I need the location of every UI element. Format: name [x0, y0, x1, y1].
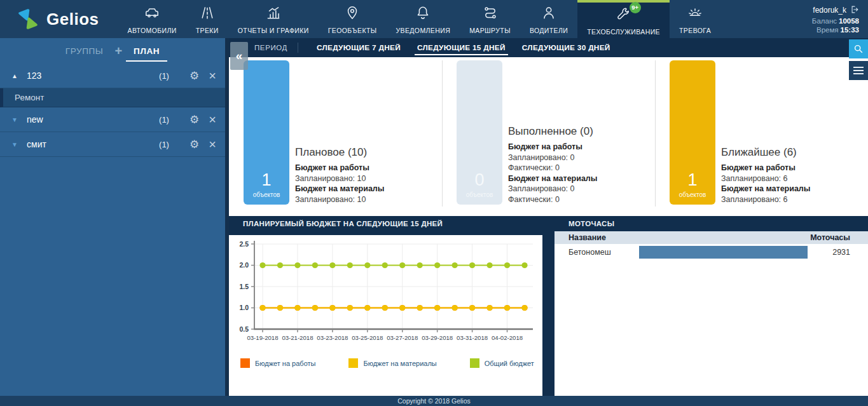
nav-label: ГЕООБЪЕКТЫ — [328, 27, 377, 34]
nav-item-routes[interactable]: МАРШРУТЫ — [460, 0, 520, 38]
svg-text:2.0: 2.0 — [239, 261, 249, 269]
expand-triangle-icon[interactable]: ▼ — [11, 141, 27, 148]
menu-button[interactable] — [849, 61, 868, 80]
object-count: 0 — [474, 170, 484, 190]
completed-count-bar: 0 объектов — [457, 60, 502, 205]
legend-item-total: Общий бюджет — [470, 358, 534, 368]
nav-item-cars[interactable]: АВТОМОБИЛИ — [118, 0, 186, 38]
card-line: Бюджет на работы — [721, 163, 810, 173]
legend-item-works: Бюджет на работы — [240, 358, 315, 368]
card-title: Плановое (10) — [295, 146, 384, 159]
legend-swatch — [470, 358, 479, 368]
nav-label: АВТОМОБИЛИ — [127, 27, 176, 34]
nav-item-drivers[interactable]: ВОДИТЕЛИ — [520, 0, 577, 38]
sidebar-subitem-label: Ремонт — [15, 93, 44, 102]
tab-groups[interactable]: ГРУППЫ — [65, 46, 104, 56]
top-navbar: Gelios АВТОМОБИЛИ ТРЕКИ — [0, 0, 868, 38]
bell-icon — [415, 4, 431, 24]
card-planned: 1 объектов Плановое (10) Бюджет на работ… — [229, 60, 442, 205]
nav-item-geoobjects[interactable]: ГЕООБЪЕКТЫ — [319, 0, 387, 38]
car-icon — [144, 4, 160, 24]
card-line: Бюджет на материалы — [508, 173, 597, 184]
wrench-icon: 9+ — [616, 6, 632, 25]
logo[interactable]: Gelios — [0, 0, 118, 38]
tab-plan[interactable]: ПЛАН — [134, 46, 160, 56]
svg-text:1.5: 1.5 — [239, 283, 249, 290]
upcoming-count-bar: 1 объектов — [670, 60, 715, 205]
nav-item-notifications[interactable]: УВЕДОМЛЕНИЯ — [386, 0, 460, 38]
gear-icon[interactable]: ⚙ — [189, 69, 199, 83]
motohours-panel-title: МОТОЧАСЫ — [555, 216, 868, 231]
legend-label: Общий бюджет — [485, 360, 534, 367]
nav-label: ТРЕКИ — [196, 27, 219, 34]
nav-label: ОТЧЕТЫ И ГРАФИКИ — [238, 27, 309, 34]
legend-swatch — [240, 358, 250, 368]
card-line: Запланировано: 6 — [721, 173, 810, 184]
legend-label: Бюджет на материалы — [363, 360, 436, 367]
search-button[interactable] — [849, 39, 868, 58]
logout-icon[interactable] — [850, 5, 859, 16]
geo-pin-icon — [344, 4, 361, 24]
svg-text:03-27-2018: 03-27-2018 — [387, 334, 418, 341]
tab-next-7-days[interactable]: СЛЕДУЮЩИЕ 7 ДНЕЙ — [308, 38, 409, 57]
table-row[interactable]: Бетономеш 2931 — [555, 244, 868, 261]
svg-text:03-25-2018: 03-25-2018 — [352, 334, 383, 341]
sidebar-item-123[interactable]: ▲ 123 (1) ⚙ × — [0, 64, 225, 88]
close-icon[interactable]: × — [209, 71, 216, 80]
gear-icon[interactable]: ⚙ — [189, 113, 199, 126]
card-line: Бюджет на материалы — [721, 184, 810, 194]
sidebar-item-label: new — [27, 114, 159, 125]
card-upcoming: 1 объектов Ближайшее (6) Бюджет на работ… — [655, 60, 868, 205]
period-bar: ПЕРИОД СЛЕДУЮЩИЕ 7 ДНЕЙ СЛЕДУЮЩИЕ 15 ДНЕ… — [229, 38, 868, 57]
maintenance-badge: 9+ — [630, 2, 641, 13]
vehicle-name: Бетономеш — [568, 248, 611, 257]
balance-label: Баланс — [812, 17, 837, 25]
nav-label: ТЕХОБСЛУЖИВАНИЕ — [587, 28, 660, 36]
nav-item-tracks[interactable]: ТРЕКИ — [186, 0, 228, 38]
nav-item-alarm[interactable]: ТРЕВОГА — [670, 0, 720, 38]
nav-item-maintenance[interactable]: 9+ ТЕХОБСЛУЖИВАНИЕ — [577, 0, 670, 38]
add-group-icon[interactable]: + — [114, 44, 122, 58]
collapse-triangle-icon[interactable]: ▲ — [11, 72, 27, 79]
sidebar-item-label: 123 — [27, 71, 159, 81]
time-label: Время — [816, 26, 839, 34]
card-line: Бюджет на материалы — [295, 184, 384, 194]
table-header: Название Моточасы — [555, 231, 868, 244]
period-label: ПЕРИОД — [254, 44, 287, 51]
tab-next-30-days[interactable]: СЛЕДУЮЩИЕ 30 ДНЕЙ — [514, 38, 619, 57]
close-icon[interactable]: × — [209, 115, 216, 124]
sidebar-subitem-remont[interactable]: Ремонт — [0, 88, 225, 107]
legend-swatch — [348, 358, 358, 368]
expand-triangle-icon[interactable]: ▼ — [11, 116, 27, 123]
nav-label: ТРЕВОГА — [679, 27, 711, 34]
card-line: Запланировано: 6 — [721, 194, 810, 205]
sidebar: ГРУППЫ + ПЛАН ▲ 123 (1) ⚙ × Ремонт ▼ new… — [0, 38, 229, 396]
sidebar-item-count: (1) — [159, 140, 189, 149]
card-title: Ближайшее (6) — [721, 146, 810, 159]
card-line: Запланировано: 0 — [508, 184, 597, 194]
divider — [298, 43, 298, 53]
svg-text:04-02-2018: 04-02-2018 — [492, 334, 523, 341]
card-line: Фактически: 0 — [508, 194, 597, 205]
sidebar-collapse-button[interactable]: « — [230, 42, 248, 70]
svg-text:1.0: 1.0 — [239, 304, 249, 311]
search-icon — [853, 43, 864, 55]
hamburger-icon — [853, 67, 864, 68]
object-count: 1 — [261, 170, 271, 190]
gelios-logo-icon — [15, 6, 41, 32]
bottom-panels: ПЛАНИРУЕМЫЙ БЮДЖЕТ НА СЛЕДУЮЩИЕ 15 ДНЕЙ … — [229, 216, 868, 396]
sidebar-item-smit[interactable]: ▼ смит (1) ⚙ × — [0, 132, 225, 157]
svg-text:03-19-2018: 03-19-2018 — [247, 334, 278, 341]
tab-next-15-days[interactable]: СЛЕДУЮЩИЕ 15 ДНЕЙ — [409, 38, 514, 57]
card-completed: 0 объектов Выполненное (0) Бюджет на раб… — [442, 60, 655, 205]
hours-bar — [639, 246, 808, 259]
nav-item-reports[interactable]: ОТЧЕТЫ И ГРАФИКИ — [228, 0, 319, 38]
gear-icon[interactable]: ⚙ — [189, 138, 199, 151]
svg-text:03-21-2018: 03-21-2018 — [282, 334, 313, 341]
object-count: 1 — [687, 170, 697, 190]
sidebar-item-new[interactable]: ▼ new (1) ⚙ × — [0, 107, 225, 132]
motohours-panel: МОТОЧАСЫ Название Моточасы Бетономеш 293… — [555, 216, 868, 396]
close-icon[interactable]: × — [209, 140, 216, 149]
logo-text: Gelios — [46, 10, 99, 29]
object-unit: объектов — [253, 191, 280, 198]
